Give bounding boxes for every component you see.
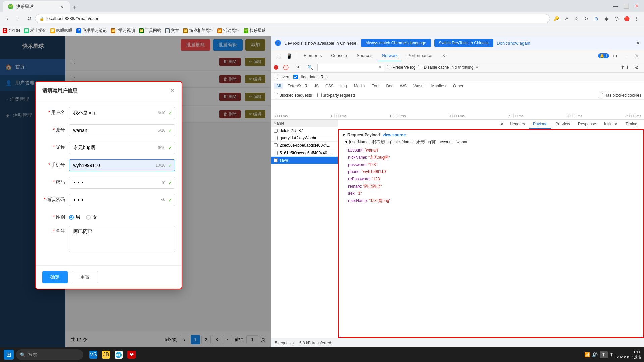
third-party-checkbox[interactable]: 3rd-party requests	[317, 93, 356, 98]
disable-cache-checkbox[interactable]: Disable cache	[418, 65, 449, 70]
password-eye-icon[interactable]: 👁	[161, 180, 166, 185]
panel-close-button[interactable]: ✕	[498, 120, 506, 129]
item-checkbox[interactable]	[274, 143, 278, 147]
item-checkbox[interactable]	[274, 129, 278, 133]
filter-input[interactable]	[320, 65, 378, 70]
search-button[interactable]: 🔍	[305, 63, 315, 72]
dont-show-button[interactable]: Don't show again	[497, 41, 530, 46]
active-tab[interactable]: 🌱 快乐星球 ✕	[3, 1, 70, 12]
view-source-button[interactable]: view source	[383, 133, 406, 137]
filter-ws-button[interactable]: WS	[397, 83, 409, 89]
taskbar-vscode[interactable]: VS	[87, 347, 99, 362]
network-settings-icon[interactable]: ⚙	[632, 63, 641, 72]
filter-css-button[interactable]: CSS	[323, 83, 336, 89]
extension1-icon[interactable]: ↻	[582, 14, 591, 23]
share-icon[interactable]: ↗	[561, 14, 571, 23]
refresh-button[interactable]: ↻	[24, 14, 34, 23]
bookmark-tools[interactable]: 📁 工具网站	[139, 28, 161, 34]
settings-icon[interactable]: ⚙	[610, 51, 620, 61]
sources-tab[interactable]: Sources	[353, 51, 377, 61]
devtools-close-button[interactable]: ✕	[632, 51, 641, 61]
star-icon[interactable]: ☆	[572, 14, 581, 23]
network-item-query[interactable]: queryList?keyWord=	[271, 134, 338, 142]
dialog-close-button[interactable]: ✕	[170, 87, 175, 95]
network-item-save[interactable]: save	[271, 157, 338, 164]
performance-tab[interactable]: Performance	[403, 51, 436, 61]
start-button[interactable]: ⊞	[4, 350, 14, 360]
elements-tab[interactable]: Elements	[300, 51, 326, 61]
filter-other-button[interactable]: Other	[450, 83, 466, 89]
extension4-icon[interactable]: ⬡	[612, 14, 621, 23]
preview-tab[interactable]: Preview	[551, 120, 574, 129]
headers-tab[interactable]: Headers	[506, 120, 529, 129]
restore-button[interactable]: ⬜	[621, 1, 631, 11]
switch-devtools-button[interactable]: Switch DevTools to Chinese	[434, 39, 494, 47]
network-item-img2[interactable]: 5161e5f0bceac6af!400x40...	[271, 149, 338, 157]
filter-icon[interactable]: ⧩	[293, 63, 303, 72]
filter-media-button[interactable]: Media	[351, 83, 368, 89]
gender-female-option[interactable]: 女	[86, 214, 97, 220]
male-radio[interactable]	[69, 215, 74, 220]
password-input[interactable]	[69, 177, 175, 189]
filter-img-button[interactable]: Img	[338, 83, 350, 89]
item-checkbox[interactable]	[274, 151, 278, 155]
filter-doc-button[interactable]: Doc	[383, 83, 396, 89]
bookmark-csdn[interactable]: C CSDN	[3, 28, 20, 33]
timing-tab[interactable]: Timing	[621, 120, 641, 129]
network-item-delete[interactable]: delete?id=87	[271, 127, 338, 134]
preserve-log-checkbox[interactable]: Preserve log	[387, 65, 415, 70]
forward-button[interactable]: ›	[13, 14, 23, 23]
initiator-tab[interactable]: Initiator	[600, 120, 621, 129]
remark-textarea[interactable]: 阿巴阿巴	[69, 226, 175, 252]
confirm-button[interactable]: 确定	[42, 271, 68, 283]
filter-manifest-button[interactable]: Manifest	[429, 83, 449, 89]
invert-checkbox[interactable]: Invert	[274, 75, 289, 79]
taskbar-chrome[interactable]: 🌐	[113, 347, 125, 362]
bookmark-article[interactable]: 📄 文章	[165, 28, 179, 34]
bookmark-happy[interactable]: 🌱 快乐星球	[244, 28, 266, 34]
network-item-img1[interactable]: 2cec56e4bbe0abdc!400x4...	[271, 142, 338, 149]
devtools-device-icon[interactable]: 📱	[284, 51, 294, 61]
filter-js-button[interactable]: JS	[311, 83, 321, 89]
reset-button[interactable]: 重置	[72, 271, 98, 283]
menu-button[interactable]: ⋮	[632, 14, 641, 23]
record-button[interactable]	[274, 65, 278, 70]
item-checkbox[interactable]	[274, 158, 278, 162]
address-bar[interactable]: 🔒 localhost:8888/#/main/user	[35, 14, 550, 23]
filter-wasm-button[interactable]: Wasm	[411, 83, 427, 89]
more-tabs-button[interactable]: >>	[438, 51, 451, 61]
bookmark-juejin[interactable]: 稀 稀土掘金	[24, 28, 46, 34]
taskbar-jetbrains[interactable]: JB	[100, 347, 112, 362]
always-match-button[interactable]: Always match Chrome's language	[361, 39, 431, 47]
taskbar-app4[interactable]: ❤	[125, 347, 138, 362]
extension3-icon[interactable]: ◆	[602, 14, 611, 23]
taskbar-search[interactable]: 🔍 搜索	[16, 349, 83, 360]
new-tab-button[interactable]: +	[70, 3, 79, 12]
info-bar-close-button[interactable]: ✕	[636, 41, 640, 46]
devtools-menu-icon[interactable]: ⋮	[621, 51, 631, 61]
throttle-dropdown[interactable]: ▾	[476, 65, 478, 70]
blocked-requests-checkbox[interactable]: Blocked Requests	[274, 93, 312, 98]
collapse-icon[interactable]: ▾	[345, 140, 347, 144]
filter-clear-icon[interactable]: ✕	[378, 65, 382, 70]
confirm-password-input[interactable]	[69, 194, 175, 206]
back-button[interactable]: ‹	[3, 14, 12, 23]
devtools-cursor-icon[interactable]: ⬚	[274, 51, 283, 61]
tab-close-button[interactable]: ✕	[59, 4, 64, 9]
extension5-icon[interactable]: 🔴	[622, 14, 631, 23]
item-checkbox[interactable]	[274, 136, 278, 140]
payload-tab[interactable]: Payload	[529, 120, 551, 129]
filter-font-button[interactable]: Font	[369, 83, 382, 89]
hide-data-urls-checkbox[interactable]: Hide data URLs	[293, 75, 328, 79]
console-tab[interactable]: Console	[327, 51, 351, 61]
close-button[interactable]: ✕	[632, 1, 641, 11]
network-tab[interactable]: Network	[378, 51, 402, 61]
filter-fetch-xhr-button[interactable]: Fetch/XHR	[285, 83, 310, 89]
gender-male-option[interactable]: 男	[69, 214, 80, 220]
blocked-cookies-checkbox[interactable]: Has blocked cookies	[599, 93, 641, 98]
female-radio[interactable]	[86, 215, 91, 220]
bookmark-feishu[interactable]: 飞 飞书学习笔记	[76, 28, 107, 34]
stop-button[interactable]: 🚫	[281, 63, 290, 72]
account-icon[interactable]: 🔑	[551, 14, 561, 23]
bookmark-bili[interactable]: 咪 咪哩咪哩	[50, 28, 72, 34]
